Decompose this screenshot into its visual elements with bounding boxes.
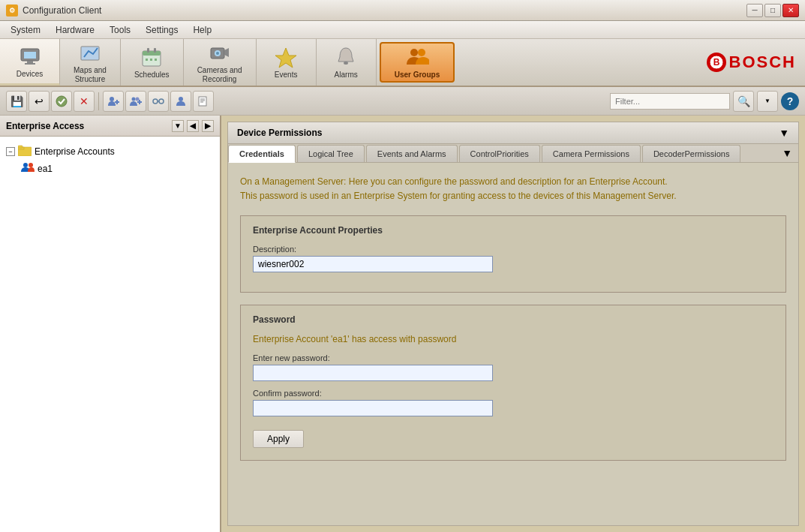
nav-devices[interactable]: Devices xyxy=(0,39,60,86)
svg-text:B: B xyxy=(713,57,719,68)
nav-user-groups[interactable]: User Groups xyxy=(380,42,455,83)
description-input[interactable] xyxy=(253,256,493,272)
tab-credentials[interactable]: Credentials xyxy=(228,145,296,163)
undo-button[interactable]: ↩ xyxy=(29,91,50,112)
svg-point-18 xyxy=(410,49,418,56)
new-password-row: Enter new password: xyxy=(253,353,773,381)
svg-point-23 xyxy=(110,97,114,101)
panel-next-button[interactable]: ▶ xyxy=(202,120,214,132)
app-icon: ⚙ xyxy=(6,5,18,17)
save-button[interactable]: 💾 xyxy=(6,91,27,112)
separator1 xyxy=(98,92,99,110)
maps-icon xyxy=(78,41,102,65)
menu-help[interactable]: Help xyxy=(185,23,219,37)
bosch-text: BOSCH xyxy=(729,53,796,72)
svg-point-42 xyxy=(29,163,33,167)
enterprise-properties-title: Enterprise Account Properties xyxy=(253,225,773,236)
panel-controls: ▼ ◀ ▶ xyxy=(172,120,214,132)
user-groups-label: User Groups xyxy=(395,71,440,80)
svg-rect-7 xyxy=(147,48,149,53)
tab-events-alarms[interactable]: Events and Alarms xyxy=(366,145,458,162)
events-icon xyxy=(274,45,298,69)
svg-point-31 xyxy=(159,99,164,104)
cameras-recording-label: Cameras andRecording xyxy=(197,66,242,84)
close-button[interactable]: ✕ xyxy=(782,4,799,17)
title-bar: ⚙ Configuration Client ─ □ ✕ xyxy=(0,0,805,21)
menu-settings[interactable]: Settings xyxy=(138,23,185,37)
svg-rect-34 xyxy=(199,97,206,106)
schedules-label: Schedules xyxy=(134,71,170,80)
menu-tools[interactable]: Tools xyxy=(102,23,138,37)
svg-point-22 xyxy=(56,96,67,107)
schedules-icon xyxy=(140,45,164,69)
maps-structure-label: Maps andStructure xyxy=(74,66,107,84)
delete-button[interactable]: ✕ xyxy=(74,91,95,112)
tree-root-item[interactable]: − Enterprise Accounts xyxy=(6,143,214,160)
menu-system[interactable]: System xyxy=(3,23,48,37)
svg-rect-3 xyxy=(25,63,35,65)
export-button[interactable] xyxy=(193,91,214,112)
svg-rect-17 xyxy=(344,62,348,65)
window-controls: ─ □ ✕ xyxy=(746,4,799,17)
tab-logical-tree[interactable]: Logical Tree xyxy=(297,145,365,162)
alarms-icon xyxy=(334,45,358,69)
enterprise-accounts-label: Enterprise Accounts xyxy=(35,146,115,157)
tab-camera-permissions[interactable]: Camera Permissions xyxy=(542,145,641,162)
svg-rect-10 xyxy=(150,59,152,61)
verify-button[interactable] xyxy=(51,91,72,112)
help-button[interactable]: ? xyxy=(781,92,799,110)
add-group-button[interactable] xyxy=(125,91,146,112)
svg-rect-8 xyxy=(154,48,156,53)
filter-input[interactable] xyxy=(610,93,730,110)
panel-prev-button[interactable]: ◀ xyxy=(187,120,199,132)
svg-rect-2 xyxy=(27,61,33,63)
tab-decoder-permissions[interactable]: DecoderPermissions xyxy=(642,145,740,162)
tabs-bar: Credentials Logical Tree Events and Alar… xyxy=(227,144,799,163)
nav-cameras-recording[interactable]: Cameras andRecording xyxy=(184,39,257,86)
add-user-button[interactable] xyxy=(103,91,124,112)
confirm-password-input[interactable] xyxy=(253,400,493,416)
svg-marker-16 xyxy=(275,48,296,68)
panel-filter-button[interactable]: ▼ xyxy=(172,120,184,132)
svg-rect-11 xyxy=(155,59,157,61)
section-title: Device Permissions xyxy=(237,128,322,138)
devices-icon xyxy=(18,44,42,68)
maximize-button[interactable]: □ xyxy=(764,4,781,17)
password-box: Password Enterprise Account 'ea1' has ac… xyxy=(240,305,786,461)
apply-button[interactable]: Apply xyxy=(253,430,304,448)
panel-title: Enterprise Access xyxy=(6,121,84,131)
nav-events[interactable]: Events xyxy=(257,39,317,86)
devices-label: Devices xyxy=(17,70,44,79)
filter-search-button[interactable]: 🔍 xyxy=(733,91,754,112)
menu-bar: System Hardware Tools Settings Help xyxy=(0,21,805,39)
svg-rect-40 xyxy=(18,146,23,148)
nav-maps-structure[interactable]: Maps andStructure xyxy=(60,39,121,86)
menu-hardware[interactable]: Hardware xyxy=(48,23,102,37)
nav-alarms[interactable]: Alarms xyxy=(317,39,377,86)
manage-button[interactable] xyxy=(170,91,191,112)
svg-point-26 xyxy=(132,97,136,101)
bosch-logo: B BOSCH xyxy=(707,39,805,86)
tree-content: − Enterprise Accounts ea1 xyxy=(0,137,220,532)
svg-point-27 xyxy=(136,97,140,101)
connect-button[interactable] xyxy=(148,91,169,112)
section-dropdown-icon[interactable]: ▼ xyxy=(779,127,789,139)
enterprise-accounts-icon xyxy=(18,144,32,158)
nav-schedules[interactable]: Schedules xyxy=(121,39,184,86)
main-content: Enterprise Access ▼ ◀ ▶ − Enterprise Acc… xyxy=(0,116,805,532)
filter-dropdown-button[interactable]: ▼ xyxy=(757,91,778,112)
enterprise-account-properties-box: Enterprise Account Properties Descriptio… xyxy=(240,215,786,293)
navigation-bar: Devices Maps andStructure Schedules Came… xyxy=(0,39,805,87)
svg-point-15 xyxy=(216,52,219,55)
tab-control-priorities[interactable]: ControlPriorities xyxy=(459,145,540,162)
new-password-input[interactable] xyxy=(253,365,493,381)
section-header: Device Permissions ▼ xyxy=(227,122,799,144)
minimize-button[interactable]: ─ xyxy=(746,4,763,17)
tree-expand-button[interactable]: − xyxy=(6,147,15,156)
svg-point-19 xyxy=(418,49,425,56)
tree-ea1-item[interactable]: ea1 xyxy=(21,160,214,177)
svg-marker-13 xyxy=(224,48,229,57)
tabs-more-button[interactable]: ▼ xyxy=(776,144,798,162)
svg-rect-9 xyxy=(146,59,148,61)
cameras-icon xyxy=(208,41,232,65)
